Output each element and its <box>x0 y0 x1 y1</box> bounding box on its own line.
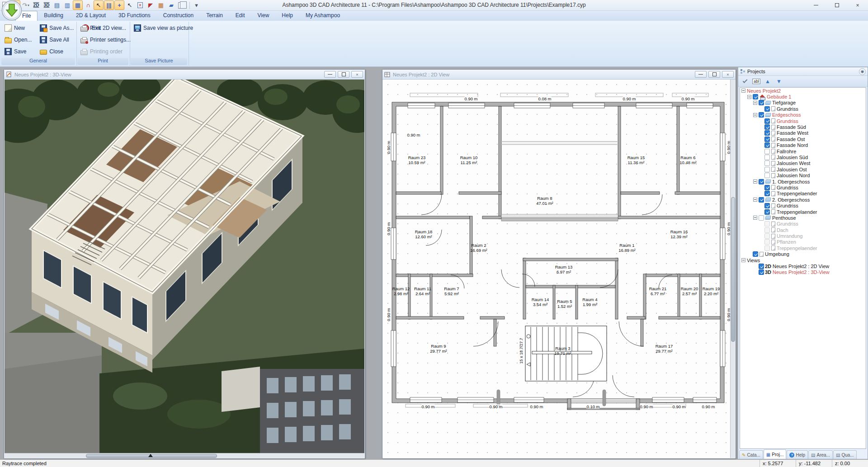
tree-checkbox[interactable] <box>764 233 770 239</box>
expander-icon[interactable] <box>747 95 751 99</box>
tree-checkbox[interactable] <box>764 142 770 148</box>
rename-button[interactable]: abl <box>751 77 761 85</box>
tree-item[interactable]: Erdgeschoss <box>740 112 866 118</box>
tree-item[interactable]: Jalousien Süd <box>740 154 866 160</box>
tree-item[interactable]: Dach <box>740 227 866 233</box>
tab-edit[interactable]: Edit <box>229 11 251 21</box>
tree-item[interactable]: Penthouse <box>740 215 866 221</box>
tree-item[interactable]: Treppengelaender <box>740 245 866 251</box>
expander-icon[interactable] <box>741 89 745 93</box>
tab-building[interactable]: Building <box>38 11 70 21</box>
tree-checkbox[interactable] <box>759 215 764 221</box>
tree-checkbox[interactable] <box>764 227 770 233</box>
tree-item[interactable]: Jalousien Nord <box>740 172 866 178</box>
tree-item[interactable]: 2DNeues Projekt2 : 2D View <box>740 263 866 269</box>
tree-checkbox[interactable] <box>764 209 770 215</box>
tab-3d-functions[interactable]: 3D Functions <box>112 11 157 21</box>
tree-checkbox[interactable] <box>759 100 764 105</box>
tree-checkbox[interactable] <box>759 269 764 275</box>
menu-item-printer-settings-[interactable]: Printer settings... <box>79 35 132 44</box>
tree-checkbox[interactable] <box>764 130 770 136</box>
tree-checkbox[interactable] <box>764 191 770 196</box>
tree-checkbox[interactable] <box>753 251 758 257</box>
tree-item[interactable]: Fassade Ost <box>740 136 866 142</box>
close-button[interactable]: × <box>847 0 868 10</box>
tree-item[interactable]: Gebäude 1 <box>740 94 866 99</box>
tree-checkbox[interactable] <box>764 239 770 245</box>
tree-checkbox[interactable] <box>753 94 758 99</box>
panel-pin-button[interactable]: ◉ <box>859 68 866 75</box>
tree-item[interactable]: Jalousien West <box>740 160 866 166</box>
tree-checkbox[interactable] <box>764 124 770 130</box>
3d-close-button[interactable]: × <box>351 71 363 78</box>
tree-checkbox[interactable] <box>764 203 770 208</box>
tab-my-ashampoo[interactable]: My Ashampoo <box>299 11 346 21</box>
tree-item[interactable]: Umgebung <box>740 251 866 257</box>
tree-item[interactable]: Pflanzen <box>740 239 866 245</box>
panel-tab-project[interactable]: ▦Proj... <box>764 449 787 459</box>
tab-view[interactable]: View <box>251 11 276 21</box>
tree-checkbox[interactable] <box>764 173 770 178</box>
tree-item[interactable]: Grundriss <box>740 221 866 227</box>
tree-item[interactable]: Grundriss <box>740 184 866 190</box>
panel-tab-area[interactable]: ▤Area... <box>808 450 833 459</box>
panel-tab-quantities[interactable]: ▤Qua... <box>833 450 857 459</box>
move-up-button[interactable]: ▲ <box>763 77 773 85</box>
2d-window-title-bar[interactable]: Neues Projekt2 : 2D View × <box>382 70 736 80</box>
2d-restore-button[interactable] <box>708 71 720 78</box>
menu-item-open-[interactable]: Open... <box>3 35 33 44</box>
expander-icon[interactable] <box>753 198 757 202</box>
tree-item[interactable]: 2. Obergeschoss <box>740 197 866 203</box>
maximize-button[interactable] <box>826 0 847 10</box>
3d-horizontal-scrollbar[interactable] <box>5 453 364 458</box>
menu-item-new[interactable]: New <box>3 24 33 33</box>
minimize-button[interactable] <box>806 0 826 10</box>
tree-item[interactable]: Neues Projekt2 <box>740 88 866 94</box>
menu-item-save-as-[interactable]: Save As... <box>38 24 75 33</box>
tree-item[interactable]: 1. Obergeschoss <box>740 179 866 184</box>
tree-item[interactable]: 3DNeues Projekt2 : 3D-View <box>740 269 866 275</box>
expander-icon[interactable] <box>741 258 745 262</box>
tab-2d-layout[interactable]: 2D & Layout <box>70 11 112 21</box>
menu-item-save-all[interactable]: Save All <box>38 35 75 44</box>
tree-item[interactable]: Fassade Nord <box>740 142 866 148</box>
tree-item[interactable]: Treppengelaender <box>740 209 866 215</box>
tree-item[interactable]: Jalousien Ost <box>740 166 866 172</box>
tree-checkbox[interactable] <box>764 221 770 226</box>
tree-item[interactable]: Tiefgarage <box>740 100 866 106</box>
tree-item[interactable]: Grundriss <box>740 203 866 208</box>
2d-viewport[interactable]: Raum 2310.59 m²Raum 1011.25 m²Raum 1511.… <box>383 80 735 458</box>
tree-checkbox[interactable] <box>759 264 764 269</box>
tree-checkbox[interactable] <box>764 245 770 251</box>
tree-item[interactable]: Umrandung <box>740 233 866 239</box>
tree-item[interactable]: Treppengelaender <box>740 191 866 197</box>
move-down-button[interactable]: ▼ <box>774 77 784 85</box>
expander-icon[interactable] <box>753 101 757 105</box>
panel-tab-catalog[interactable]: ✎Cata... <box>739 450 763 459</box>
tree-item[interactable]: Grundriss <box>740 118 866 124</box>
menu-item-print-2d-view-[interactable]: Print 2D view... <box>79 24 132 33</box>
tree-checkbox[interactable] <box>764 155 770 160</box>
tab-help[interactable]: Help <box>275 11 299 21</box>
panel-tab-help[interactable]: ?Help <box>787 450 808 459</box>
menu-item-save[interactable]: Save <box>3 47 33 56</box>
2d-close-button[interactable]: × <box>722 71 734 78</box>
apply-button[interactable] <box>740 77 750 85</box>
tree-checkbox[interactable] <box>764 167 770 172</box>
3d-restore-button[interactable] <box>338 71 349 78</box>
tree-checkbox[interactable] <box>764 160 770 166</box>
3d-window-title-bar[interactable]: Neues Projekt2 : 3D-View × <box>4 70 365 80</box>
tree-item[interactable]: Fallrohre <box>740 148 866 154</box>
tree-checkbox[interactable] <box>759 179 764 184</box>
3d-minimize-button[interactable] <box>324 71 336 78</box>
tree-checkbox[interactable] <box>764 149 770 154</box>
app-logo-icon[interactable] <box>1 0 22 21</box>
tree-checkbox[interactable] <box>764 106 770 112</box>
tree-item[interactable]: Views <box>740 257 866 263</box>
tree-item[interactable]: Fassade Süd <box>740 124 866 130</box>
tree-checkbox[interactable] <box>764 137 770 142</box>
tree-checkbox[interactable] <box>764 118 770 124</box>
tree-item[interactable]: Grundriss <box>740 106 866 112</box>
scrollbar-thumb[interactable] <box>731 197 735 342</box>
tab-construction[interactable]: Construction <box>157 11 200 21</box>
